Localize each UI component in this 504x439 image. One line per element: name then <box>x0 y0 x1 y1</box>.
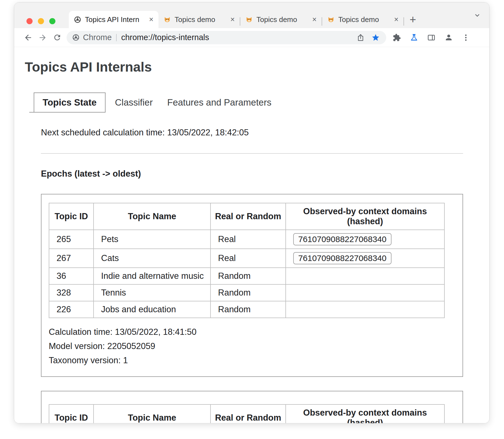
cell-topic-id: 265 <box>49 230 94 249</box>
table-header-row: Topic ID Topic Name Real or Random Obser… <box>49 404 444 423</box>
tab-close-icon[interactable]: × <box>394 15 398 24</box>
tab-title: Topics demo <box>175 15 227 24</box>
table-row: 265 Pets Real 7610709088227068340 <box>49 230 444 249</box>
cell-topic-id: 328 <box>49 284 94 301</box>
cat-favicon-icon <box>245 16 253 23</box>
table-row: 267 Cats Real 7610709088227068340 <box>49 249 444 268</box>
browser-tab-topics-internals[interactable]: Topics API Intern × <box>69 11 158 28</box>
epoch-metadata: Calculation time: 13/05/2022, 18:41:50 M… <box>49 327 455 365</box>
tab-title: Topics demo <box>338 15 391 24</box>
omnibox-divider <box>116 34 117 41</box>
tab-title: Topics demo <box>256 15 309 24</box>
profile-avatar-icon[interactable] <box>442 31 455 44</box>
window-close-button[interactable] <box>26 18 33 24</box>
chrome-logo-icon <box>72 34 80 41</box>
cell-domains: 7610709088227068340 <box>286 230 444 249</box>
table-row: 36 Indie and alternative music Random <box>49 268 444 284</box>
tab-title: Topics API Intern <box>85 15 146 24</box>
col-header-topic-name: Topic Name <box>94 404 211 423</box>
forward-button[interactable] <box>35 30 50 45</box>
epoch-table-2: Topic ID Topic Name Real or Random Obser… <box>49 404 445 423</box>
cell-domains <box>286 301 444 318</box>
tabs-area: Topics API Intern × Topics demo × <box>69 11 416 28</box>
col-header-topic-id: Topic ID <box>49 404 94 423</box>
browser-tab-topics-demo-1[interactable]: Topics demo × <box>158 11 240 28</box>
epoch-panel-1: Topic ID Topic Name Real or Random Obser… <box>41 194 463 377</box>
cell-real-or-random: Random <box>211 301 286 318</box>
cell-real-or-random: Real <box>211 230 286 249</box>
cell-topic-name: Tennis <box>94 284 211 301</box>
section-divider <box>41 153 463 154</box>
cell-topic-name: Indie and alternative music <box>94 268 211 284</box>
window-zoom-button[interactable] <box>49 18 55 24</box>
new-tab-button[interactable]: + <box>410 11 416 28</box>
cell-domains: 7610709088227068340 <box>286 249 444 268</box>
table-row: 328 Tennis Random <box>49 284 444 301</box>
cell-real-or-random: Real <box>211 249 286 268</box>
epoch-table-1: Topic ID Topic Name Real or Random Obser… <box>49 203 445 318</box>
taxonomy-version: Taxonomy version: 1 <box>49 355 455 365</box>
browser-tab-topics-demo-2[interactable]: Topics demo × <box>240 11 322 28</box>
cat-favicon-icon <box>327 16 335 23</box>
table-row: 226 Jobs and education Random <box>49 301 444 318</box>
tab-close-icon[interactable]: × <box>312 15 317 24</box>
address-bar[interactable]: Chrome chrome://topics-internals <box>67 31 386 44</box>
page-tab-bar: Topics State Classifier Features and Par… <box>29 92 476 113</box>
cell-topic-name: Cats <box>94 249 211 268</box>
share-icon[interactable] <box>354 31 367 44</box>
next-calculation-time: Next scheduled calculation time: 13/05/2… <box>41 128 463 138</box>
toolbar-actions <box>390 31 473 44</box>
cell-real-or-random: Random <box>211 284 286 301</box>
model-version: Model version: 2205052059 <box>49 341 455 351</box>
cell-real-or-random: Random <box>211 268 286 284</box>
extensions-puzzle-icon[interactable] <box>390 31 403 44</box>
col-header-topic-id: Topic ID <box>49 203 94 230</box>
col-header-real-or-random: Real or Random <box>211 203 286 230</box>
cell-domains <box>286 268 444 284</box>
page-content: Topics API Internals Topics State Classi… <box>14 47 489 423</box>
tab-features-and-parameters[interactable]: Features and Parameters <box>167 93 271 113</box>
cell-domains <box>286 284 444 301</box>
browser-window: Topics API Intern × Topics demo × <box>14 2 490 423</box>
tab-topics-state[interactable]: Topics State <box>34 92 106 113</box>
epochs-heading: Epochs (latest -> oldest) <box>41 169 463 179</box>
menu-dots-icon[interactable] <box>459 31 473 44</box>
reload-button[interactable] <box>50 30 64 45</box>
page-title: Topics API Internals <box>25 59 476 75</box>
back-button[interactable] <box>21 30 35 45</box>
chrome-favicon-icon <box>74 16 81 23</box>
url-text[interactable]: chrome://topics-internals <box>121 33 352 42</box>
epoch-panel-2: Topic ID Topic Name Real or Random Obser… <box>41 391 463 423</box>
window-controls <box>26 18 55 24</box>
calculation-time: Calculation time: 13/05/2022, 18:41:50 <box>49 327 455 337</box>
cell-topic-id: 267 <box>49 249 94 268</box>
cell-topic-id: 36 <box>49 268 94 284</box>
col-header-real-or-random: Real or Random <box>211 404 286 423</box>
col-header-topic-name: Topic Name <box>94 203 211 230</box>
col-header-observed-domains: Observed-by context domains (hashed) <box>286 203 444 230</box>
window-minimize-button[interactable] <box>38 18 44 24</box>
browser-toolbar: Chrome chrome://topics-internals <box>14 28 489 47</box>
search-engine-label: Chrome <box>83 33 112 42</box>
tab-search-chevron-icon[interactable] <box>473 11 481 19</box>
labs-flask-icon[interactable] <box>407 31 421 44</box>
col-header-observed-domains: Observed-by context domains (hashed) <box>286 404 444 423</box>
browser-tab-topics-demo-3[interactable]: Topics demo × <box>322 11 403 28</box>
tab-strip: Topics API Intern × Topics demo × <box>14 3 489 28</box>
domain-hash-chip[interactable]: 7610709088227068340 <box>293 252 392 264</box>
tab-separator <box>403 17 404 26</box>
cell-topic-name: Jobs and education <box>94 301 211 318</box>
tab-close-icon[interactable]: × <box>149 15 153 24</box>
cell-topic-id: 226 <box>49 301 94 318</box>
side-panel-icon[interactable] <box>425 31 438 44</box>
bookmark-star-icon[interactable] <box>369 31 382 44</box>
domain-hash-chip[interactable]: 7610709088227068340 <box>293 233 392 245</box>
table-header-row: Topic ID Topic Name Real or Random Obser… <box>49 203 444 230</box>
cat-favicon-icon <box>163 16 171 23</box>
tab-close-icon[interactable]: × <box>230 15 235 24</box>
tab-classifier[interactable]: Classifier <box>115 93 153 113</box>
cell-topic-name: Pets <box>94 230 211 249</box>
